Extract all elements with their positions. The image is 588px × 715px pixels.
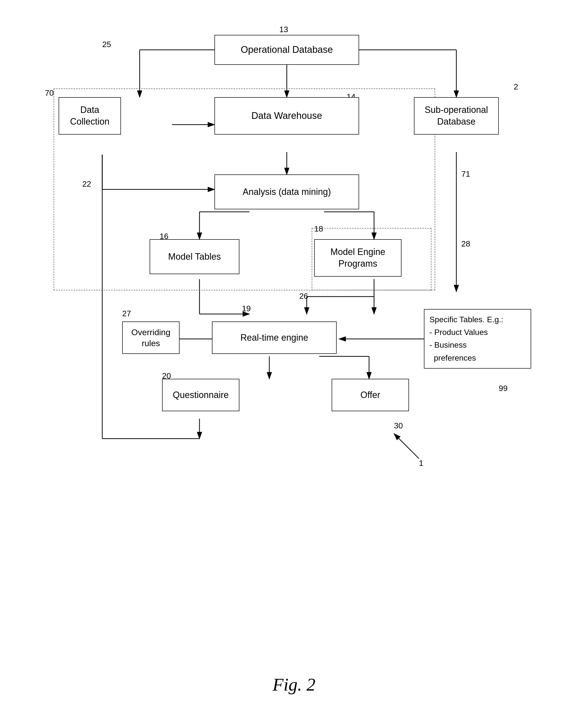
ref-99: 99 — [499, 384, 508, 393]
model-engine-box: Model EnginePrograms — [314, 239, 401, 277]
analysis-label: Analysis (data mining) — [243, 186, 331, 198]
model-tables-box: Model Tables — [150, 239, 239, 274]
model-tables-label: Model Tables — [168, 251, 221, 263]
data-warehouse-label: Data Warehouse — [251, 110, 322, 122]
sub-operational-db-label: Sub-operationalDatabase — [425, 104, 488, 128]
data-collection-box: DataCollection — [59, 97, 121, 135]
real-time-engine-box: Real-time engine — [212, 322, 337, 354]
ref-25: 25 — [102, 40, 111, 49]
ref-28: 28 — [461, 239, 470, 248]
sub-operational-db-box: Sub-operationalDatabase — [414, 97, 499, 135]
operational-database-label: Operational Database — [240, 44, 333, 56]
ref-30: 30 — [394, 421, 403, 430]
ref-71: 71 — [461, 170, 470, 179]
offer-box: Offer — [332, 379, 409, 411]
svg-line-31 — [394, 434, 419, 459]
ref-2: 2 — [514, 82, 518, 91]
ref-70: 70 — [45, 88, 54, 98]
analysis-box: Analysis (data mining) — [214, 174, 359, 209]
questionnaire-label: Questionnaire — [173, 389, 229, 401]
ref-27: 27 — [122, 309, 131, 318]
figure-caption: Fig. 2 — [273, 674, 315, 695]
specific-tables-box: Specific Tables. E.g.:- Product Values- … — [424, 309, 531, 369]
offer-label: Offer — [360, 389, 380, 401]
specific-tables-label: Specific Tables. E.g.:- Product Values- … — [429, 315, 503, 362]
ref-19: 19 — [242, 304, 251, 313]
ref-1: 1 — [419, 459, 423, 468]
data-warehouse-box: Data Warehouse — [214, 97, 359, 135]
operational-database-box: Operational Database — [214, 35, 359, 65]
diagram-container: 13 25 70 2 14 71 22 17 18 16 26 28 27 19… — [25, 15, 563, 663]
overriding-rules-box: Overridingrules — [122, 322, 180, 354]
ref-13: 13 — [279, 25, 288, 34]
questionnaire-box: Questionnaire — [162, 379, 239, 411]
ref-18: 18 — [314, 224, 323, 234]
ref-22: 22 — [82, 179, 91, 189]
ref-26: 26 — [299, 291, 308, 301]
real-time-engine-label: Real-time engine — [240, 332, 308, 344]
data-collection-label: DataCollection — [70, 104, 109, 128]
overriding-rules-label: Overridingrules — [131, 327, 171, 349]
model-engine-label: Model EnginePrograms — [330, 246, 385, 270]
